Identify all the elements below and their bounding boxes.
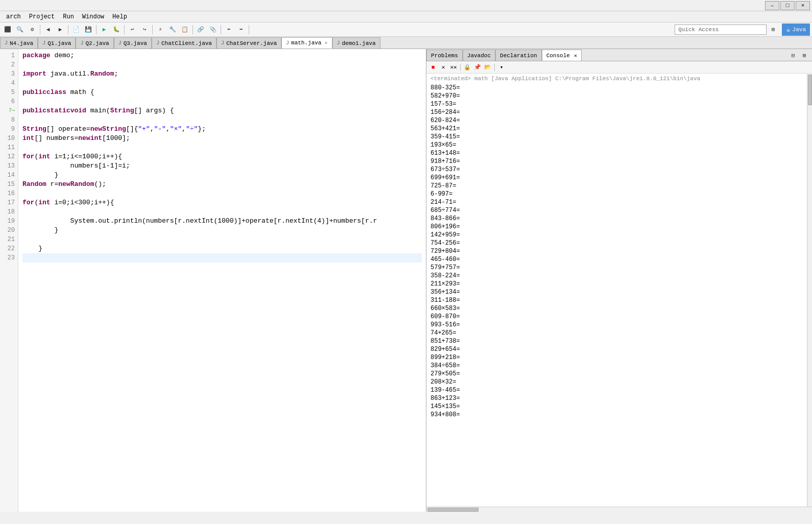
tab-declaration[interactable]: Declaration xyxy=(495,50,542,61)
toolbar-btn-1[interactable]: ⬛ xyxy=(2,24,13,35)
toolbar-btn-8[interactable]: 🔧 xyxy=(167,24,178,35)
console-sep-1 xyxy=(460,64,461,71)
tab-console-close[interactable]: ✕ xyxy=(574,53,577,59)
console-vscrollbar[interactable] xyxy=(807,74,812,507)
tab-q2java[interactable]: J Q2.java xyxy=(76,37,113,49)
main-area: 1234567⇒891011121314151617181920212223 p… xyxy=(0,49,812,512)
line-num-13: 13 xyxy=(2,161,15,171)
tab-q1java[interactable]: J Q1.java xyxy=(38,37,76,49)
toolbar-sep-1 xyxy=(40,25,40,34)
menu-project[interactable]: Project xyxy=(25,12,59,21)
toolbar-btn-11[interactable]: 📎 xyxy=(207,24,219,35)
toolbar-btn-new[interactable]: 📄 xyxy=(70,24,82,35)
console-clear-btn[interactable]: ✕ xyxy=(439,63,448,72)
line-num-14: 14 xyxy=(2,171,15,180)
console-line: 613+148= xyxy=(431,149,803,157)
line-num-17: 17 xyxy=(2,198,15,207)
menu-arch[interactable]: arch xyxy=(2,12,25,21)
line-num-6: 6 xyxy=(2,97,15,106)
maximize-button[interactable]: □ xyxy=(780,1,795,10)
code-line-11 xyxy=(22,143,422,152)
toolbar-btn-save[interactable]: 💾 xyxy=(83,24,94,35)
tab-declaration-label: Declaration xyxy=(500,53,537,59)
tab-javadoc[interactable]: Javadoc xyxy=(463,50,495,61)
java-perspective-btn[interactable]: ☕Java xyxy=(782,23,810,36)
console-line: 142+959= xyxy=(431,231,803,239)
console-line: 609-870= xyxy=(431,313,803,321)
line-num-4: 4 xyxy=(2,79,15,88)
title-bar-controls: – □ × xyxy=(765,1,810,10)
tab-label-n4java: N4.java xyxy=(10,40,33,46)
console-maximize-icon[interactable]: ⊞ xyxy=(799,50,810,61)
tab-n4java[interactable]: J N4.java xyxy=(0,37,38,49)
menu-window[interactable]: Window xyxy=(78,12,108,21)
tab-close-mathjava[interactable]: ✕ xyxy=(324,40,327,46)
line-num-22: 22 xyxy=(2,244,15,253)
tab-javadoc-label: Javadoc xyxy=(467,53,491,59)
tab-label-demo1java: demo1.java xyxy=(342,40,376,46)
toolbar-btn-run[interactable]: ▶ xyxy=(99,24,110,35)
close-button[interactable]: × xyxy=(796,1,810,10)
tab-mathjava[interactable]: J math.java ✕ xyxy=(281,37,332,49)
tab-chatclient[interactable]: J ChatClient.java xyxy=(152,37,217,49)
tab-q3java[interactable]: J Q3.java xyxy=(114,37,152,49)
console-terminate-btn[interactable]: ■ xyxy=(428,63,438,72)
menu-run[interactable]: Run xyxy=(59,12,78,21)
toolbar-btn-7[interactable]: ⚡ xyxy=(155,24,166,35)
code-line-1: package demo; xyxy=(22,51,422,60)
code-line-6 xyxy=(22,97,422,106)
toolbar-sep-4 xyxy=(124,25,125,34)
console-hscroll-thumb[interactable] xyxy=(427,508,479,512)
tab-demo1java[interactable]: J demo1.java xyxy=(332,37,380,49)
console-open-btn[interactable]: 📂 xyxy=(483,63,492,72)
toolbar-btn-5[interactable]: ▶ xyxy=(55,24,66,35)
toolbar-btn-5b[interactable]: ↩ xyxy=(127,24,138,35)
toolbar-btn-6[interactable]: ↪ xyxy=(139,24,150,35)
toolbar-btn-13[interactable]: ➡ xyxy=(235,24,247,35)
editor-tab-bar: J N4.java J Q1.java J Q2.java J Q3.java … xyxy=(0,37,812,49)
toolbar-btn-2[interactable]: 🔍 xyxy=(14,24,26,35)
toolbar-btn-debug[interactable]: 🐛 xyxy=(111,24,122,35)
console-line: 311-188= xyxy=(431,296,803,304)
line-num-19: 19 xyxy=(2,217,15,226)
console-line: 673÷537= xyxy=(431,165,803,174)
tab-label-q1java: Q1.java xyxy=(47,40,71,46)
toolbar-btn-4[interactable]: ◀ xyxy=(42,24,54,35)
console-toolbar: ■ ✕ ✕✕ 🔒 📌 📂 ▾ xyxy=(426,61,812,74)
console-pin-btn[interactable]: 📌 xyxy=(473,63,482,72)
console-header-text: <terminated> math [Java Application] C:\… xyxy=(431,76,803,82)
console-remove-btn[interactable]: ✕✕ xyxy=(449,63,458,72)
toolbar-sep-7 xyxy=(221,25,221,34)
console-vscroll-thumb[interactable] xyxy=(808,75,812,105)
quick-access-input[interactable]: Quick Access xyxy=(675,25,767,35)
console-line: 754-256= xyxy=(431,239,803,247)
tab-chatserver[interactable]: J ChatServer.java xyxy=(217,37,281,49)
tab-problems[interactable]: Problems xyxy=(426,50,463,61)
line-num-18: 18 xyxy=(2,207,15,217)
toolbar-btn-10[interactable]: 🔗 xyxy=(195,24,206,35)
code-area[interactable]: package demo; import java.util.Random; p… xyxy=(18,49,426,512)
toolbar-btn-12[interactable]: ⬅ xyxy=(223,24,234,35)
line-num-8: 8 xyxy=(2,115,15,125)
toolbar-btn-9[interactable]: 📋 xyxy=(179,24,190,35)
line-num-3: 3 xyxy=(2,69,15,79)
code-line-5: public class math { xyxy=(22,88,422,97)
tab-console[interactable]: Console ✕ xyxy=(542,50,582,61)
minimize-button[interactable]: – xyxy=(765,1,779,10)
toolbar-btn-3[interactable]: ⚙ xyxy=(27,24,38,35)
tab-label-mathjava: math.java xyxy=(291,40,321,46)
code-line-12: for(int i=1;i<=1000;i++){ xyxy=(22,152,422,161)
console-view-menu-btn[interactable]: ▾ xyxy=(497,63,506,72)
console-line: 139-465= xyxy=(431,386,803,394)
console-hscrollbar[interactable] xyxy=(426,507,812,512)
line-num-1: 1 xyxy=(2,51,15,60)
code-line-14: } xyxy=(22,171,422,180)
console-line: 863+123= xyxy=(431,394,803,402)
console-minimize-icon[interactable]: ⊟ xyxy=(787,50,799,61)
menu-help[interactable]: Help xyxy=(108,12,131,21)
toolbar-sep-8 xyxy=(249,25,249,34)
toolbar-btn-persp[interactable]: ⊞ xyxy=(768,24,779,35)
console-line: 563+421= xyxy=(431,125,803,133)
console-scroll-lock-btn[interactable]: 🔒 xyxy=(463,63,472,72)
code-line-13: numbers[i-1]=i; xyxy=(22,161,422,171)
